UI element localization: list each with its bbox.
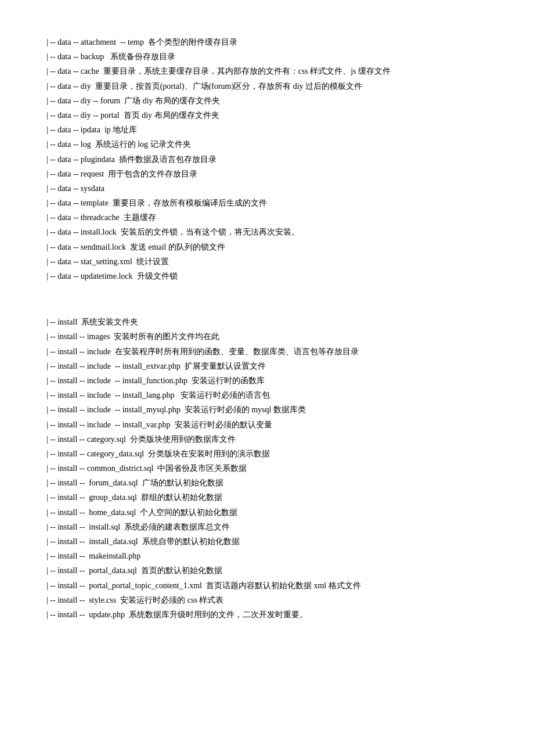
line-item: | -- install -- common_district.sql 中国省份… [46,461,488,476]
line-item: | -- data -- attachment -- temp 各个类型的附件缓… [46,35,488,49]
line-item: | -- data -- ipdata ip 地址库 [46,123,488,137]
line-item: | -- install -- include -- install_var.p… [46,417,488,432]
line-item: | -- data -- template 重要目录，存放所有模板编译后生成的文… [46,196,488,210]
line-item: | -- install -- include -- install_lang.… [46,388,488,402]
line-item: | -- install -- install_data.sql 系统自带的默认… [46,534,488,549]
line-item: | -- data -- diy -- forum 广场 diy 布局的缓存文件… [46,93,488,108]
line-item: | -- install -- include -- install_extva… [46,359,488,373]
line-item: | -- install -- category.sql 分类版块使用到的数据库… [46,432,488,447]
line-item: | -- data -- updatetime.lock 升级文件锁 [46,269,488,283]
page-content: | -- data -- attachment -- temp 各个类型的附件缓… [46,35,488,622]
line-item: | -- data -- install.lock 安装后的文件锁，当有这个锁，… [46,225,488,239]
line-item: | -- install -- forum_data.sql 广场的默认初始化数… [46,476,488,490]
line-item: | -- install -- style.css 安装运行时必须的 css 样… [46,593,488,607]
line-item: | -- install -- include 在安装程序时所有用到的函数、变量… [46,344,488,359]
line-item: | -- install -- install.sql 系统必须的建表数据库总文… [46,520,488,534]
line-item: | -- data -- cache 重要目录，系统主要缓存目录，其内部存放的文… [46,64,488,78]
line-item: | -- install -- portal_portal_topic_cont… [46,578,488,593]
install-section: | -- install 系统安装文件夹| -- install -- imag… [46,315,488,622]
line-item: | -- data -- stat_setting.xml 统计设置 [46,254,488,269]
line-item: | -- install -- update.php 系统数据库升级时用到的文件… [46,607,488,622]
line-item: | -- data -- sysdata [46,181,488,196]
line-item: | -- data -- backup 系统备份存放目录 [46,49,488,64]
line-item: | -- install -- category_data.sql 分类版块在安… [46,447,488,461]
data-section: | -- data -- attachment -- temp 各个类型的附件缓… [46,35,488,283]
line-item: | -- data -- threadcache 主题缓存 [46,210,488,225]
line-item: | -- install -- portal_data.sql 首页的默认初始化… [46,563,488,578]
line-item: | -- install -- home_data.sql 个人空间的默认初始化… [46,505,488,520]
line-item: | -- install -- group_data.sql 群组的默认初始化数… [46,490,488,505]
line-item: | -- data -- diy 重要目录，按首页(portal)、广场(for… [46,79,488,93]
line-item: | -- data -- request 用于包含的文件存放目录 [46,167,488,181]
line-item: | -- data -- plugindata 插件数据及语言包存放目录 [46,152,488,167]
line-item: | -- install 系统安装文件夹 [46,315,488,329]
line-item: | -- data -- sendmail.lock 发送 email 的队列的… [46,240,488,254]
line-item: | -- install -- include -- install_mysql… [46,402,488,417]
line-item: | -- data -- diy -- portal 首页 diy 布局的缓存文… [46,108,488,123]
line-item: | -- data -- log 系统运行的 log 记录文件夹 [46,137,488,152]
line-item: | -- install -- include -- install_funct… [46,373,488,388]
line-item: | -- install -- makeinstall.php [46,549,488,563]
line-item: | -- install -- images 安装时所有的图片文件均在此 [46,329,488,344]
